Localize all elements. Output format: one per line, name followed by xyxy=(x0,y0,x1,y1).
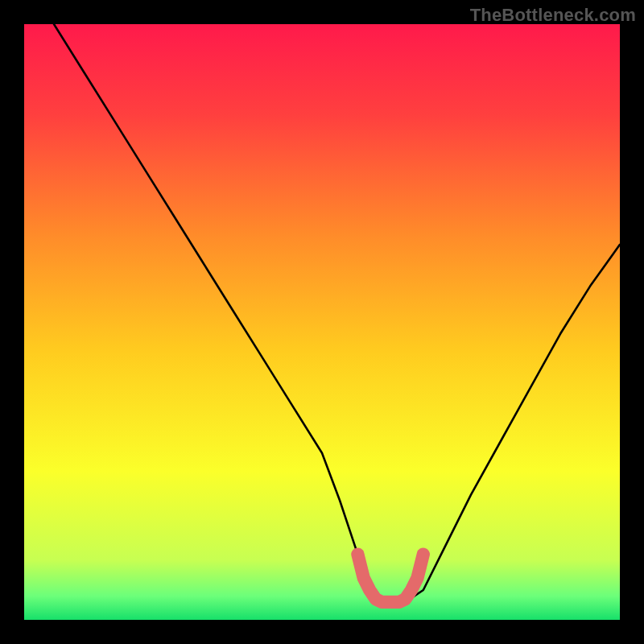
chart-frame: TheBottleneck.com xyxy=(0,0,644,644)
optimal-zone-marker-line xyxy=(357,555,423,602)
plot-area xyxy=(24,24,620,620)
bottleneck-curve-line xyxy=(54,24,620,602)
curve-layer xyxy=(24,24,620,620)
watermark-text: TheBottleneck.com xyxy=(470,5,636,26)
